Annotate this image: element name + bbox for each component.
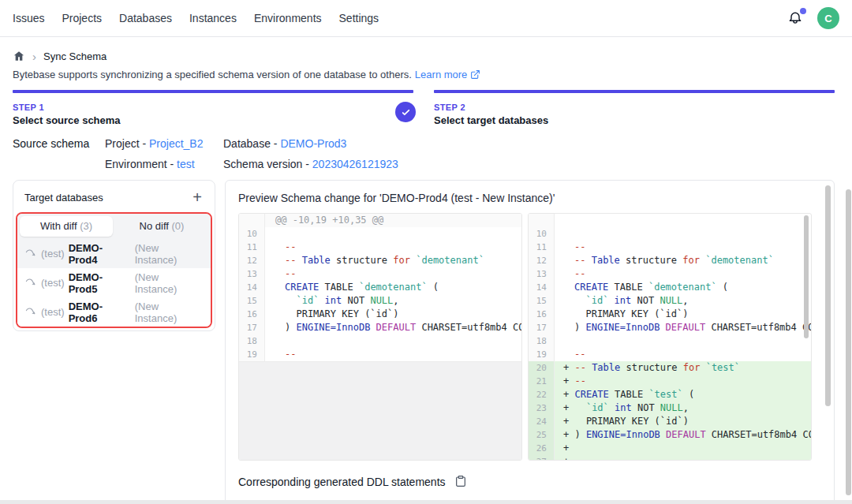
diff-pane-source: @@ -10,19 +10,35 @@1011--12-- Table stru…: [238, 213, 522, 461]
step-indicator: STEP 1 Select source schema STEP 2 Selec…: [13, 90, 835, 126]
nav-item-instances[interactable]: Instances: [189, 12, 237, 24]
diff-line-10: 10: [239, 227, 521, 241]
diff-line-14: 14CREATE TABLE `demotenant` (: [239, 281, 521, 294]
top-nav: IssuesProjectsDatabasesInstancesEnvironm…: [0, 0, 852, 37]
db-name: DEMO-Prod5: [69, 271, 131, 295]
schema-version-link[interactable]: 20230426121923: [312, 158, 398, 170]
db-name: DEMO-Prod6: [69, 301, 131, 324]
preview-scrollbar-thumb[interactable]: [825, 185, 831, 406]
diff-line-15: 15 `id` int NOT NULL,: [239, 294, 521, 308]
step-1: STEP 1 Select source schema: [13, 90, 413, 126]
db-instance-note: (New Instance): [135, 271, 203, 295]
diff-empty-filler: [239, 361, 521, 460]
diff-line-12: 12-- Table structure for `demotenant`: [239, 254, 521, 267]
diff-hunk-header: @@ -10,19 +10,35 @@: [239, 214, 521, 227]
diff-pane-target: 1011--12-- Table structure for `demotena…: [528, 213, 812, 461]
environment-link[interactable]: test: [177, 158, 195, 170]
step-1-title: Select source schema: [13, 114, 413, 126]
source-schema-label: Source schema: [13, 137, 105, 170]
tab-no-diff[interactable]: No diff (0): [115, 216, 208, 237]
step-1-label: STEP 1: [13, 103, 413, 112]
diff-line-13: 13--: [239, 267, 521, 281]
nav-item-environments[interactable]: Environments: [254, 12, 322, 24]
diff-line-25: 25+ ) ENGINE=InnoDB DEFAULT CHARSET=utf8…: [529, 428, 811, 442]
page-title: Sync Schema: [43, 50, 106, 62]
target-database-list: (test)DEMO-Prod4(New Instance)(test)DEMO…: [17, 239, 211, 327]
diff-line-19: 19--: [239, 348, 521, 361]
tab-no-diff-count: (0): [172, 220, 185, 232]
learn-more-link[interactable]: Learn more: [415, 69, 467, 80]
db-environment: (test): [41, 248, 65, 259]
tab-with-diff-count: (3): [80, 220, 92, 232]
diff-tabs: With diff (3) No diff (0): [17, 214, 211, 239]
main-nav: IssuesProjectsDatabasesInstancesEnvironm…: [13, 12, 379, 24]
target-panel-title: Target databases: [24, 192, 103, 203]
diff-line-21: 21+ --: [529, 375, 811, 388]
diff-line-17: 17) ENGINE=InnoDB DEFAULT CHARSET=utf8mb…: [529, 321, 811, 334]
preview-title: Preview Schema change for 'DEMO-Prod4 (t…: [238, 192, 812, 204]
project-field: Project - Project_B2: [105, 137, 223, 150]
nav-item-issues[interactable]: Issues: [13, 12, 44, 24]
diff-line-18: 18: [239, 334, 521, 348]
diff-line-18: 18: [529, 334, 811, 348]
db-environment: (test): [41, 277, 65, 289]
diff-line-17: 17) ENGINE=InnoDB DEFAULT CHARSET=utf8mb…: [239, 321, 521, 334]
bottom-scrollbar-track: [0, 500, 852, 504]
db-instance-note: (New Instance): [135, 301, 203, 324]
chevron-right-icon: ›: [32, 50, 36, 62]
notification-dot: [800, 8, 806, 14]
source-schema-summary: Source schema Project - Project_B2 Datab…: [13, 137, 835, 170]
diff-line-26: 26+: [529, 442, 811, 455]
schema-version-field-name: Schema version -: [223, 158, 312, 170]
tab-with-diff[interactable]: With diff (3): [20, 216, 113, 237]
project-link[interactable]: Project_B2: [149, 137, 203, 150]
notifications-button[interactable]: [787, 9, 805, 27]
db-name: DEMO-Prod4: [69, 242, 131, 266]
diff-line-14: 14CREATE TABLE `demotenant` (: [529, 281, 811, 294]
target-databases-panel: Target databases + With diff (3) No diff…: [13, 180, 215, 331]
preview-card: Preview Schema change for 'DEMO-Prod4 (t…: [225, 180, 835, 504]
main-row: Target databases + With diff (3) No diff…: [13, 180, 835, 504]
nav-item-settings[interactable]: Settings: [339, 12, 379, 24]
diff-line-13: 13--: [529, 267, 811, 281]
intro-text: Bytebase supports synchronizing a specif…: [13, 69, 835, 80]
mysql-dolphin-icon: [25, 306, 37, 318]
nav-item-databases[interactable]: Databases: [119, 12, 172, 24]
step-2: STEP 2 Select target databases: [434, 90, 835, 126]
page-scrollbar-thumb[interactable]: [846, 189, 851, 495]
step-2-bar: [434, 90, 835, 93]
database-link[interactable]: DEMO-Prod3: [280, 137, 346, 150]
breadcrumb: › Sync Schema: [13, 50, 835, 62]
database-field-name: Database -: [223, 137, 280, 150]
diff-line-12: 12-- Table structure for `demotenant`: [529, 254, 811, 267]
avatar[interactable]: C: [817, 7, 839, 29]
add-target-database-button[interactable]: +: [188, 188, 207, 207]
target-db-item-demo-prod4[interactable]: (test)DEMO-Prod4(New Instance): [17, 239, 211, 268]
page-content: › Sync Schema Bytebase supports synchron…: [0, 37, 852, 504]
diff-line-16: 16 PRIMARY KEY (`id`): [239, 308, 521, 321]
schema-version-field: Schema version - 20230426121923: [223, 158, 398, 170]
external-link-icon: [470, 69, 480, 80]
diff-scrollbar-thumb[interactable]: [804, 215, 809, 338]
diff-line-11: 11--: [529, 241, 811, 254]
environment-field: Environment - test: [105, 158, 223, 170]
intro-sentence: Bytebase supports synchronizing a specif…: [13, 69, 412, 80]
home-icon[interactable]: [13, 50, 25, 62]
diff-line-24: 24+ PRIMARY KEY (`id`): [529, 415, 811, 428]
db-instance-note: (New Instance): [135, 242, 203, 266]
ddl-section-header: Corresponding generated DDL statements: [238, 475, 812, 489]
diff-line-22: 22+ CREATE TABLE `test` (: [529, 388, 811, 401]
db-environment: (test): [41, 306, 65, 318]
project-field-name: Project -: [105, 137, 149, 150]
copy-ddl-button[interactable]: [454, 475, 468, 489]
diff-line-19: 19--: [529, 348, 811, 361]
target-db-item-demo-prod5[interactable]: (test)DEMO-Prod5(New Instance): [17, 268, 211, 297]
tab-no-diff-label: No diff: [140, 220, 172, 232]
nav-item-projects[interactable]: Projects: [62, 12, 102, 24]
ddl-title: Corresponding generated DDL statements: [238, 476, 446, 488]
schema-diff-view: @@ -10,19 +10,35 @@1011--12-- Table stru…: [238, 213, 812, 461]
diff-line-27: 27+ --: [529, 455, 811, 461]
step-2-label: STEP 2: [434, 103, 835, 112]
step-1-done-badge: [395, 102, 416, 122]
target-db-item-demo-prod6[interactable]: (test)DEMO-Prod6(New Instance): [17, 297, 211, 327]
